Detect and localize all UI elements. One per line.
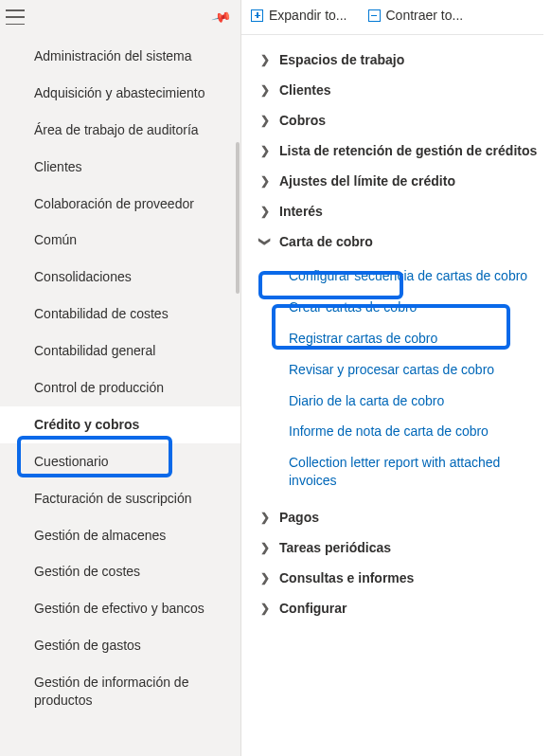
expand-icon bbox=[251, 9, 263, 22]
sidebar-top-bar: 📌 bbox=[0, 0, 240, 34]
chevron-down-icon: ❯ bbox=[258, 235, 272, 248]
tree-item-label: Cobros bbox=[279, 113, 326, 128]
sidebar-item-label: Colaboración de proveedor bbox=[34, 196, 194, 211]
tree-item-label: Clientes bbox=[279, 82, 330, 98]
tree-item-label: Ajustes del límite de crédito bbox=[279, 173, 455, 189]
sidebar-item-label: Clientes bbox=[34, 159, 82, 174]
tree-item-espacios-trabajo[interactable]: ❯ Espacios de trabajo bbox=[245, 45, 543, 75]
sidebar-item-label: Gestión de almacenes bbox=[34, 528, 166, 543]
sidebar-item-label: Gestión de efectivo y bancos bbox=[34, 601, 204, 616]
submenu-item-label: Registrar cartas de cobro bbox=[289, 331, 437, 346]
submenu-item-diario-carta[interactable]: Diario de la carta de cobro bbox=[283, 386, 543, 417]
submenu-item-label: Collection letter report with attached i… bbox=[289, 455, 500, 488]
tree-item-label: Pagos bbox=[279, 510, 319, 525]
sidebar-item-consolidaciones[interactable]: Consolidaciones bbox=[0, 259, 240, 296]
submenu-carta-cobro: Configurar secuencia de cartas de cobro … bbox=[245, 257, 543, 502]
tree-item-label: Interés bbox=[279, 204, 323, 219]
chevron-right-icon: ❯ bbox=[258, 205, 272, 218]
sidebar-item-label: Adquisición y abastecimiento bbox=[34, 85, 205, 100]
sidebar-item-label: Gestión de información de productos bbox=[34, 675, 188, 708]
sidebar-scrollbar[interactable] bbox=[236, 142, 240, 294]
chevron-right-icon: ❯ bbox=[258, 511, 272, 524]
submenu-item-configurar-secuencia[interactable]: Configurar secuencia de cartas de cobro bbox=[283, 261, 543, 292]
chevron-right-icon: ❯ bbox=[258, 571, 272, 585]
collapse-all-button[interactable]: Contraer to... bbox=[368, 8, 464, 23]
hamburger-icon[interactable] bbox=[6, 9, 25, 25]
submenu-item-label: Revisar y procesar cartas de cobro bbox=[289, 362, 494, 377]
sidebar-item-auditoria[interactable]: Área de trabajo de auditoría bbox=[0, 112, 240, 149]
submenu-item-label: Diario de la carta de cobro bbox=[289, 393, 444, 408]
toolbar-label: Contraer to... bbox=[386, 8, 464, 23]
chevron-right-icon: ❯ bbox=[258, 53, 272, 66]
sidebar-item-adquisicion[interactable]: Adquisición y abastecimiento bbox=[0, 75, 240, 112]
submenu-item-label: Crear cartas de cobro bbox=[289, 299, 417, 315]
tree-item-label: Configurar bbox=[279, 601, 347, 616]
tree-item-carta-cobro[interactable]: ❯ Carta de cobro bbox=[245, 226, 543, 257]
tree-item-label: Tareas periódicas bbox=[279, 540, 391, 555]
sidebar-item-gestion-almacenes[interactable]: Gestión de almacenes bbox=[0, 517, 240, 554]
main-panel: Expandir to... Contraer to... ❯ Espacios… bbox=[241, 0, 551, 756]
sidebar-item-label: Área de trabajo de auditoría bbox=[34, 122, 199, 137]
submenu-item-informe-nota[interactable]: Informe de nota de carta de cobro bbox=[283, 416, 543, 447]
sidebar-item-label: Administración del sistema bbox=[34, 48, 192, 63]
submenu-item-registrar-cartas[interactable]: Registrar cartas de cobro bbox=[283, 323, 543, 354]
tree-item-clientes[interactable]: ❯ Clientes bbox=[245, 75, 543, 105]
sidebar-list: Administración del sistema Adquisición y… bbox=[0, 34, 240, 723]
chevron-right-icon: ❯ bbox=[258, 174, 272, 188]
expand-all-button[interactable]: Expandir to... bbox=[251, 8, 347, 23]
sidebar-item-cuestionario[interactable]: Cuestionario bbox=[0, 443, 240, 480]
sidebar-item-label: Consolidaciones bbox=[34, 269, 132, 284]
sidebar-item-contab-costes[interactable]: Contabilidad de costes bbox=[0, 296, 240, 333]
modules-sidebar: 📌 Administración del sistema Adquisición… bbox=[0, 0, 241, 756]
submenu-item-revisar-procesar[interactable]: Revisar y procesar cartas de cobro bbox=[283, 354, 543, 386]
sidebar-item-gestion-costes[interactable]: Gestión de costes bbox=[0, 553, 240, 590]
nav-tree: ❯ Espacios de trabajo ❯ Clientes ❯ Cobro… bbox=[241, 35, 543, 623]
sidebar-item-label: Común bbox=[34, 232, 77, 247]
toolbar-label: Expandir to... bbox=[269, 8, 347, 23]
toolbar: Expandir to... Contraer to... bbox=[241, 0, 543, 35]
chevron-right-icon: ❯ bbox=[258, 144, 272, 157]
sidebar-item-label: Gestión de gastos bbox=[34, 638, 141, 653]
tree-item-ajustes-limite[interactable]: ❯ Ajustes del límite de crédito bbox=[245, 166, 543, 196]
submenu-item-collection-report[interactable]: Collection letter report with attached i… bbox=[283, 447, 543, 496]
sidebar-item-control-produccion[interactable]: Control de producción bbox=[0, 369, 240, 406]
sidebar-item-gestion-efectivo[interactable]: Gestión de efectivo y bancos bbox=[0, 590, 240, 627]
sidebar-item-credito-cobros[interactable]: Crédito y cobros bbox=[0, 406, 240, 443]
sidebar-item-gestion-info-productos[interactable]: Gestión de información de productos bbox=[0, 664, 240, 719]
tree-item-lista-retencion[interactable]: ❯ Lista de retención de gestión de crédi… bbox=[245, 135, 543, 166]
collapse-icon bbox=[368, 9, 381, 22]
sidebar-item-label: Contabilidad de costes bbox=[34, 306, 169, 321]
submenu-item-label: Configurar secuencia de cartas de cobro bbox=[289, 268, 527, 283]
sidebar-item-label: Contabilidad general bbox=[34, 343, 155, 358]
sidebar-item-comun[interactable]: Común bbox=[0, 222, 240, 259]
tree-item-tareas-periodicas[interactable]: ❯ Tareas periódicas bbox=[245, 532, 543, 563]
tree-item-label: Espacios de trabajo bbox=[279, 52, 404, 67]
submenu-item-label: Informe de nota de carta de cobro bbox=[289, 423, 489, 439]
sidebar-item-clientes[interactable]: Clientes bbox=[0, 149, 240, 186]
sidebar-item-label: Cuestionario bbox=[34, 454, 109, 469]
sidebar-item-label: Facturación de suscripción bbox=[34, 491, 192, 506]
tree-item-interes[interactable]: ❯ Interés bbox=[245, 196, 543, 226]
chevron-right-icon: ❯ bbox=[258, 114, 272, 127]
chevron-right-icon: ❯ bbox=[258, 541, 272, 554]
pin-icon[interactable]: 📌 bbox=[210, 7, 232, 27]
sidebar-item-gestion-gastos[interactable]: Gestión de gastos bbox=[0, 627, 240, 664]
sidebar-item-label: Control de producción bbox=[34, 380, 164, 395]
tree-item-cobros[interactable]: ❯ Cobros bbox=[245, 105, 543, 135]
sidebar-item-admin-sistema[interactable]: Administración del sistema bbox=[0, 38, 240, 75]
sidebar-item-label: Crédito y cobros bbox=[34, 417, 139, 432]
sidebar-item-label: Gestión de costes bbox=[34, 564, 140, 579]
sidebar-item-proveedor[interactable]: Colaboración de proveedor bbox=[0, 186, 240, 223]
tree-item-consultas-informes[interactable]: ❯ Consultas e informes bbox=[245, 563, 543, 593]
tree-item-pagos[interactable]: ❯ Pagos bbox=[245, 502, 543, 532]
tree-item-configurar[interactable]: ❯ Configurar bbox=[245, 593, 543, 623]
chevron-right-icon: ❯ bbox=[258, 602, 272, 615]
sidebar-item-contab-general[interactable]: Contabilidad general bbox=[0, 333, 240, 369]
chevron-right-icon: ❯ bbox=[258, 83, 272, 97]
submenu-item-crear-cartas[interactable]: Crear cartas de cobro bbox=[283, 292, 543, 323]
tree-item-label: Carta de cobro bbox=[279, 234, 373, 249]
tree-item-label: Consultas e informes bbox=[279, 570, 414, 585]
tree-item-label: Lista de retención de gestión de crédito… bbox=[279, 143, 537, 158]
sidebar-item-fact-suscripcion[interactable]: Facturación de suscripción bbox=[0, 480, 240, 517]
